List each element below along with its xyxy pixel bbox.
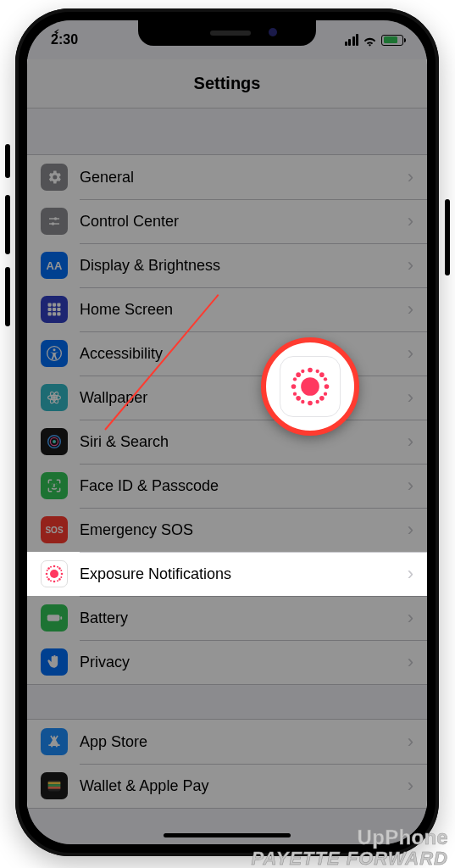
settings-list[interactable]: General › Control Center › AA Display & … bbox=[27, 108, 427, 844]
svg-rect-5 bbox=[48, 308, 52, 311]
svg-point-0 bbox=[54, 217, 58, 220]
row-privacy[interactable]: Privacy › bbox=[27, 640, 427, 684]
row-label: App Store bbox=[80, 733, 408, 751]
charging-icon: ⚡︎ bbox=[53, 28, 59, 37]
svg-point-61 bbox=[324, 392, 327, 396]
row-face-id-passcode[interactable]: Face ID & Passcode › bbox=[27, 464, 427, 508]
notch bbox=[138, 20, 316, 46]
svg-point-47 bbox=[308, 401, 313, 406]
row-label: Siri & Search bbox=[80, 433, 408, 451]
wifi-icon bbox=[363, 35, 377, 45]
row-display-brightness[interactable]: AA Display & Brightness › bbox=[27, 243, 427, 287]
row-label: Face ID & Passcode bbox=[80, 477, 408, 495]
settings-group-1: General › Control Center › AA Display & … bbox=[27, 154, 427, 685]
svg-point-58 bbox=[293, 377, 297, 381]
svg-rect-43 bbox=[48, 784, 61, 787]
chevron-right-icon: › bbox=[408, 254, 413, 276]
chevron-right-icon: › bbox=[408, 731, 413, 753]
volume-down-button bbox=[5, 267, 10, 326]
watermark-line2: PAYETTE FORWARD bbox=[251, 849, 448, 868]
row-siri-search[interactable]: Siri & Search › bbox=[27, 420, 427, 464]
chevron-right-icon: › bbox=[408, 607, 413, 629]
chevron-right-icon: › bbox=[408, 775, 413, 797]
svg-point-27 bbox=[47, 567, 50, 570]
svg-point-34 bbox=[57, 580, 58, 581]
row-home-screen[interactable]: Home Screen › bbox=[27, 287, 427, 331]
battery-icon bbox=[381, 35, 403, 46]
aa-icon: AA bbox=[41, 252, 68, 279]
row-general[interactable]: General › bbox=[27, 155, 427, 199]
row-app-store[interactable]: App Store › bbox=[27, 720, 427, 764]
exposure-icon bbox=[41, 560, 68, 587]
svg-rect-40 bbox=[60, 616, 62, 620]
chevron-right-icon: › bbox=[408, 651, 413, 673]
svg-point-54 bbox=[301, 370, 304, 373]
svg-rect-39 bbox=[47, 615, 60, 620]
row-label: Privacy bbox=[80, 654, 408, 671]
svg-point-55 bbox=[316, 370, 319, 373]
svg-rect-7 bbox=[57, 308, 60, 311]
row-label: Home Screen bbox=[80, 301, 408, 319]
row-battery[interactable]: Battery › bbox=[27, 596, 427, 640]
chevron-right-icon: › bbox=[408, 563, 413, 585]
hand-icon bbox=[41, 648, 68, 676]
chevron-right-icon: › bbox=[408, 387, 413, 409]
svg-rect-6 bbox=[53, 308, 56, 311]
chevron-right-icon: › bbox=[408, 519, 413, 541]
svg-point-12 bbox=[53, 348, 56, 351]
row-wallpaper[interactable]: Wallpaper › bbox=[27, 376, 427, 420]
svg-point-13 bbox=[53, 396, 56, 399]
callout-bubble bbox=[261, 337, 359, 436]
svg-point-53 bbox=[319, 396, 325, 401]
svg-point-25 bbox=[46, 573, 48, 576]
settings-group-2: App Store › Wallet & Apple Pay › bbox=[27, 719, 427, 809]
face-icon bbox=[41, 472, 68, 499]
svg-point-50 bbox=[296, 372, 301, 377]
row-emergency-sos[interactable]: SOS Emergency SOS › bbox=[27, 508, 427, 552]
svg-point-45 bbox=[301, 377, 319, 396]
chevron-right-icon: › bbox=[408, 210, 413, 232]
row-wallet-apple-pay[interactable]: Wallet & Apple Pay › bbox=[27, 764, 427, 808]
svg-rect-9 bbox=[53, 312, 56, 315]
svg-rect-10 bbox=[57, 312, 60, 315]
svg-rect-4 bbox=[57, 303, 60, 307]
row-label: Exposure Notifications bbox=[80, 565, 408, 583]
page-title: Settings bbox=[194, 74, 261, 93]
svg-point-26 bbox=[61, 573, 64, 576]
svg-point-30 bbox=[58, 578, 61, 581]
svg-rect-44 bbox=[48, 787, 61, 789]
svg-point-48 bbox=[291, 384, 297, 389]
svg-point-35 bbox=[47, 570, 48, 571]
appstore-icon bbox=[41, 728, 68, 755]
chevron-right-icon: › bbox=[408, 475, 413, 497]
volume-mute-switch bbox=[5, 144, 10, 178]
svg-point-37 bbox=[60, 570, 62, 571]
row-label: Control Center bbox=[80, 213, 408, 231]
row-label: Wallet & Apple Pay bbox=[80, 777, 408, 795]
chevron-right-icon: › bbox=[408, 166, 413, 188]
wallet-icon bbox=[41, 772, 68, 799]
battery-icon bbox=[41, 604, 68, 632]
sos-icon: SOS bbox=[41, 516, 68, 543]
volume-up-button bbox=[5, 195, 10, 254]
row-label: Emergency SOS bbox=[80, 521, 408, 539]
phone-frame: 2:30 ⚡︎ Settings bbox=[15, 8, 439, 856]
grid-icon bbox=[41, 296, 68, 323]
cellular-signal-icon bbox=[345, 34, 359, 46]
exposure-icon-large bbox=[280, 356, 341, 417]
phone-screen: 2:30 ⚡︎ Settings bbox=[27, 20, 427, 844]
svg-point-60 bbox=[324, 377, 327, 381]
sliders-icon bbox=[41, 208, 68, 235]
row-label: Accessibility bbox=[80, 345, 408, 363]
svg-point-36 bbox=[47, 576, 48, 578]
svg-point-59 bbox=[293, 392, 297, 396]
svg-point-22 bbox=[50, 570, 58, 578]
row-accessibility[interactable]: Accessibility › bbox=[27, 331, 427, 376]
row-control-center[interactable]: Control Center › bbox=[27, 199, 427, 243]
flower-icon bbox=[41, 384, 68, 411]
svg-point-1 bbox=[52, 222, 55, 225]
row-exposure-notifications[interactable]: Exposure Notifications › bbox=[27, 552, 427, 596]
watermark-line1: UpPhone bbox=[251, 827, 448, 848]
watermark: UpPhone PAYETTE FORWARD bbox=[251, 827, 448, 868]
svg-point-38 bbox=[60, 576, 62, 578]
